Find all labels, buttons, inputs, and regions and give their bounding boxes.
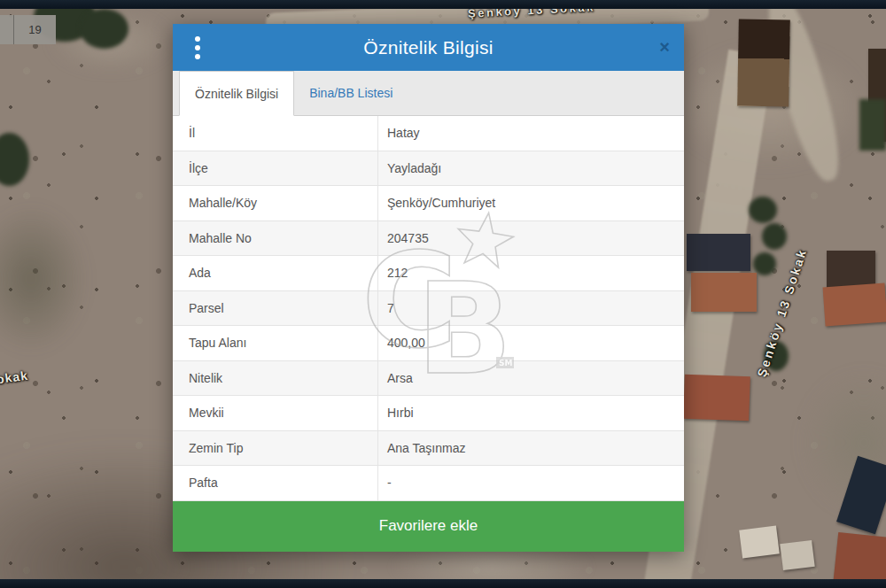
add-to-favorites-button[interactable]: Favorilere ekle [173, 501, 684, 552]
zoom-level-indicator: 19 [0, 15, 56, 44]
row-label: Nitelik [173, 361, 378, 396]
zoom-level-value: 19 [14, 23, 56, 36]
row-value: 400,00 [378, 326, 684, 360]
row-value: Hatay [378, 116, 684, 151]
tab-bar: Öznitelik Bilgisi Bina/BB Listesi [173, 71, 684, 116]
table-row: İlçe Yayladağı [173, 151, 684, 187]
table-row: Mahalle No 204735 [173, 221, 684, 257]
row-label: Mahalle/Köy [173, 186, 378, 220]
table-row: Zemin Tip Ana Taşınmaz [173, 431, 684, 467]
table-row: Mevkii Hırbi [173, 396, 684, 431]
table-row: Nitelik Arsa [173, 361, 684, 397]
row-label: Tapu Alanı [173, 326, 378, 360]
tab-oznitelik-bilgisi[interactable]: Öznitelik Bilgisi [179, 71, 294, 116]
row-label: Parsel [173, 291, 378, 326]
row-value: Hırbi [378, 396, 684, 430]
table-row: Ada 212 [173, 256, 684, 291]
row-label: Pafta [173, 466, 378, 500]
table-row: Pafta - [173, 466, 684, 501]
row-label: Zemin Tip [173, 431, 378, 466]
table-row: Tapu Alanı 400,00 [173, 326, 684, 361]
bottom-chrome-bar [0, 579, 886, 588]
row-value: Şenköy/Cumhuriyet [378, 186, 684, 220]
row-label: Ada [173, 256, 378, 290]
row-value: Yayladağı [378, 151, 684, 186]
row-value: - [378, 466, 684, 500]
top-chrome-bar [0, 0, 886, 9]
row-value: Ana Taşınmaz [378, 431, 684, 466]
kebab-menu-icon[interactable] [191, 36, 204, 59]
row-value: 204735 [378, 221, 684, 256]
tab-bina-bb-listesi[interactable]: Bina/BB Listesi [294, 71, 408, 115]
row-label: İl [173, 116, 378, 151]
row-label: Mahalle No [173, 221, 378, 256]
attribute-table: İl Hatay İlçe Yayladağı Mahalle/Köy Şenk… [173, 116, 684, 501]
zoom-indicator-divider [0, 15, 14, 44]
attribute-info-dialog: Öznitelik Bilgisi × Öznitelik Bilgisi Bi… [173, 24, 684, 552]
row-value: 212 [378, 256, 684, 290]
dialog-header[interactable]: Öznitelik Bilgisi × [173, 24, 684, 71]
close-icon[interactable]: × [659, 35, 670, 58]
row-label: Mevkii [173, 396, 378, 430]
row-value: 7 [378, 291, 684, 326]
table-row: Parsel 7 [173, 291, 684, 327]
app-window: Şenköy 13 Sokak Şenköy 13 Sokak okak 19 … [0, 0, 886, 588]
table-row: İl Hatay [173, 116, 684, 151]
row-label: İlçe [173, 151, 378, 186]
row-value: Arsa [378, 361, 684, 396]
dialog-title: Öznitelik Bilgisi [363, 37, 493, 58]
table-row: Mahalle/Köy Şenköy/Cumhuriyet [173, 186, 684, 221]
